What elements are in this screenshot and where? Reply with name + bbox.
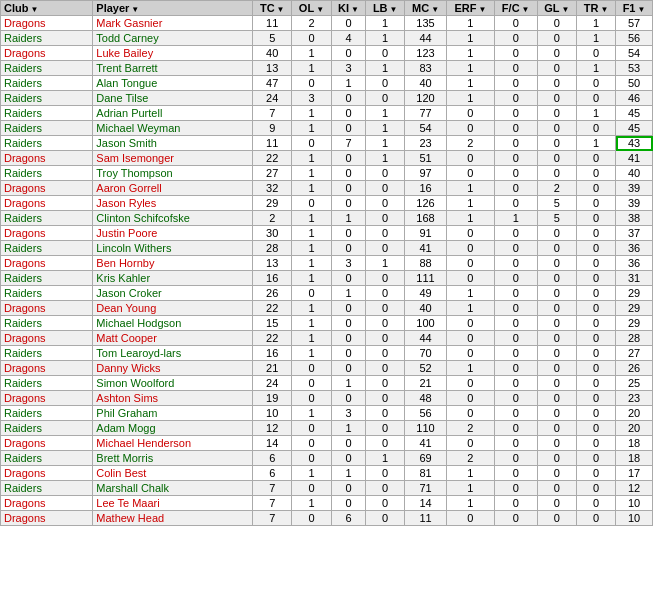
cell-player: Kris Kahler (93, 271, 253, 286)
cell-erf: 1 (446, 61, 494, 76)
cell-tr: 0 (577, 211, 616, 226)
table-row: RaidersTroy Thompson2710097000040 (1, 166, 653, 181)
cell-tr: 0 (577, 121, 616, 136)
cell-fc: 0 (494, 391, 537, 406)
sort-icon-tr: ▼ (600, 5, 608, 14)
cell-ol: 1 (292, 61, 332, 76)
cell-gl: 0 (537, 346, 577, 361)
sort-icon-f1: ▼ (637, 5, 645, 14)
cell-tr: 0 (577, 76, 616, 91)
cell-ol: 1 (292, 181, 332, 196)
cell-f1: 20 (616, 406, 653, 421)
cell-tc: 7 (253, 496, 292, 511)
column-header-ol[interactable]: OL▼ (292, 1, 332, 16)
cell-mc: 16 (405, 181, 447, 196)
cell-player: Lincoln Withers (93, 241, 253, 256)
cell-gl: 0 (537, 361, 577, 376)
cell-lb: 0 (366, 226, 405, 241)
table-row: DragonsAaron Gorrell3210016102039 (1, 181, 653, 196)
cell-club: Raiders (1, 106, 93, 121)
column-header-lb[interactable]: LB▼ (366, 1, 405, 16)
cell-fc: 0 (494, 376, 537, 391)
cell-ki: 0 (331, 91, 365, 106)
cell-gl: 0 (537, 256, 577, 271)
cell-tr: 0 (577, 46, 616, 61)
cell-erf: 0 (446, 376, 494, 391)
sort-icon-club: ▼ (30, 5, 38, 14)
cell-gl: 0 (537, 466, 577, 481)
cell-club: Raiders (1, 286, 93, 301)
cell-club: Dragons (1, 361, 93, 376)
table-row: RaidersMichael Hodgson15100100000029 (1, 316, 653, 331)
table-row: DragonsLee Te Maari710014100010 (1, 496, 653, 511)
cell-tc: 28 (253, 241, 292, 256)
table-row: RaidersDane Tilse24300120100046 (1, 91, 653, 106)
cell-f1: 36 (616, 241, 653, 256)
cell-erf: 0 (446, 511, 494, 526)
cell-tr: 0 (577, 331, 616, 346)
cell-ol: 1 (292, 166, 332, 181)
cell-fc: 0 (494, 436, 537, 451)
table-row: RaidersTrent Barrett1313183100153 (1, 61, 653, 76)
cell-tc: 10 (253, 406, 292, 421)
cell-ol: 1 (292, 301, 332, 316)
cell-tc: 15 (253, 316, 292, 331)
cell-tr: 0 (577, 436, 616, 451)
cell-f1: 31 (616, 271, 653, 286)
cell-mc: 126 (405, 196, 447, 211)
column-header-player[interactable]: Player▼ (93, 1, 253, 16)
table-row: DragonsBen Hornby1313188000036 (1, 256, 653, 271)
column-header-tr[interactable]: TR▼ (577, 1, 616, 16)
cell-ol: 1 (292, 46, 332, 61)
cell-erf: 1 (446, 91, 494, 106)
cell-lb: 0 (366, 496, 405, 511)
cell-fc: 0 (494, 106, 537, 121)
cell-erf: 1 (446, 301, 494, 316)
cell-lb: 1 (366, 256, 405, 271)
cell-ki: 1 (331, 376, 365, 391)
cell-tc: 26 (253, 286, 292, 301)
table-row: RaidersPhil Graham1013056000020 (1, 406, 653, 421)
cell-tc: 19 (253, 391, 292, 406)
cell-erf: 0 (446, 121, 494, 136)
column-header-tc[interactable]: TC▼ (253, 1, 292, 16)
column-header-club[interactable]: Club▼ (1, 1, 93, 16)
cell-f1: 18 (616, 451, 653, 466)
sort-icon-player: ▼ (131, 5, 139, 14)
cell-ki: 3 (331, 61, 365, 76)
cell-club: Raiders (1, 316, 93, 331)
column-header-erf[interactable]: ERF▼ (446, 1, 494, 16)
cell-lb: 0 (366, 286, 405, 301)
cell-player: Lee Te Maari (93, 496, 253, 511)
cell-player: Tom Learoyd-lars (93, 346, 253, 361)
cell-f1: 28 (616, 331, 653, 346)
cell-ki: 0 (331, 496, 365, 511)
cell-player: Troy Thompson (93, 166, 253, 181)
column-header-mc[interactable]: MC▼ (405, 1, 447, 16)
cell-erf: 0 (446, 391, 494, 406)
cell-gl: 0 (537, 241, 577, 256)
cell-mc: 70 (405, 346, 447, 361)
cell-ki: 0 (331, 271, 365, 286)
cell-ki: 0 (331, 121, 365, 136)
cell-tc: 22 (253, 301, 292, 316)
column-header-gl[interactable]: GL▼ (537, 1, 577, 16)
column-header-f1[interactable]: F1▼ (616, 1, 653, 16)
table-row: RaidersBrett Morris600169200018 (1, 451, 653, 466)
cell-club: Dragons (1, 16, 93, 31)
cell-tc: 21 (253, 361, 292, 376)
cell-ol: 1 (292, 226, 332, 241)
cell-tc: 32 (253, 181, 292, 196)
table-row: DragonsJustin Poore3010091000037 (1, 226, 653, 241)
cell-ki: 1 (331, 286, 365, 301)
cell-gl: 0 (537, 226, 577, 241)
column-header-fc[interactable]: F/C▼ (494, 1, 537, 16)
cell-f1: 41 (616, 151, 653, 166)
cell-mc: 21 (405, 376, 447, 391)
cell-f1: 50 (616, 76, 653, 91)
cell-gl: 0 (537, 166, 577, 181)
column-header-ki[interactable]: KI▼ (331, 1, 365, 16)
cell-erf: 0 (446, 106, 494, 121)
cell-gl: 0 (537, 391, 577, 406)
cell-club: Raiders (1, 241, 93, 256)
